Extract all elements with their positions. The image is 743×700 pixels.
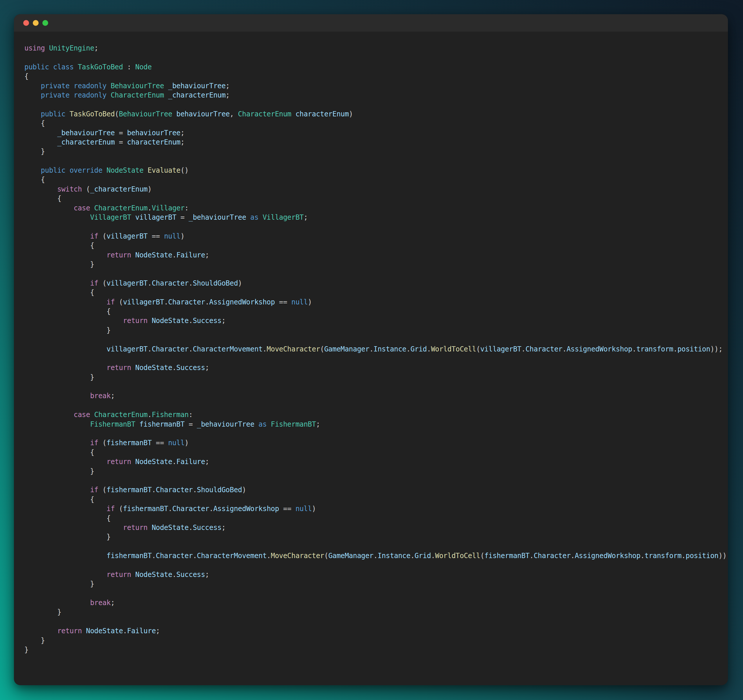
code-line: { <box>24 194 718 203</box>
code-editor: using UnityEngine;public class TaskGoToB… <box>14 32 728 654</box>
code-line <box>24 382 718 391</box>
code-line: return NodeState.Success; <box>24 363 718 372</box>
code-line: { <box>24 288 718 297</box>
code-line: } <box>24 636 718 645</box>
code-line: { <box>24 175 718 184</box>
code-line: { <box>24 448 718 457</box>
code-line: return NodeState.Success; <box>24 570 718 579</box>
code-line: public TaskGoToBed(BehaviourTree behavio… <box>24 110 718 119</box>
code-line: private readonly CharacterEnum _characte… <box>24 90 718 100</box>
code-line: if (fishermanBT.Character.ShouldGoBed) <box>24 485 718 494</box>
code-line <box>24 222 718 231</box>
code-line: if (villagerBT == null) <box>24 232 718 241</box>
code-line: if (villagerBT.Character.ShouldGoBed) <box>24 278 718 288</box>
code-line: } <box>24 260 718 269</box>
code-line: { <box>24 514 718 523</box>
code-line <box>24 589 718 598</box>
code-line: _characterEnum = characterEnum; <box>24 138 718 147</box>
code-line: } <box>24 147 718 156</box>
code-line <box>24 542 718 551</box>
desktop-background: using UnityEngine;public class TaskGoToB… <box>0 0 743 700</box>
code-line <box>24 560 718 570</box>
code-line <box>24 401 718 410</box>
code-line: FishermanBT fishermanBT = _behaviourTree… <box>24 420 718 429</box>
code-line: VillagerBT villagerBT = _behaviourTree a… <box>24 213 718 222</box>
code-line: using UnityEngine; <box>24 43 718 53</box>
code-line: private readonly BehaviourTree _behaviou… <box>24 81 718 90</box>
window-titlebar[interactable] <box>14 14 728 32</box>
code-line: case CharacterEnum.Fisherman: <box>24 410 718 419</box>
code-line <box>24 335 718 344</box>
code-line: } <box>24 607 718 617</box>
code-line: } <box>24 532 718 542</box>
code-line: public class TaskGoToBed : Node <box>24 62 718 72</box>
code-line: villagerBT.Character.CharacterMovement.M… <box>24 345 718 354</box>
code-line: } <box>24 373 718 382</box>
code-line: { <box>24 72 718 81</box>
code-line: return NodeState.Success; <box>24 523 718 532</box>
code-line: } <box>24 579 718 589</box>
code-line: { <box>24 241 718 250</box>
maximize-button[interactable] <box>42 20 48 26</box>
code-line: _behaviourTree = behaviourTree; <box>24 128 718 138</box>
code-line: fishermanBT.Character.CharacterMovement.… <box>24 551 718 560</box>
code-line <box>24 476 718 485</box>
code-window: using UnityEngine;public class TaskGoToB… <box>14 14 728 685</box>
code-line: return NodeState.Success; <box>24 316 718 325</box>
code-line <box>24 100 718 109</box>
code-line: { <box>24 307 718 316</box>
code-line <box>24 53 718 62</box>
code-line: if (villagerBT.Character.AssignedWorksho… <box>24 297 718 307</box>
code-content: using UnityEngine;public class TaskGoToB… <box>24 43 718 654</box>
code-line: } <box>24 326 718 335</box>
code-line: break; <box>24 391 718 401</box>
code-line: } <box>24 467 718 476</box>
code-line: if (fishermanBT == null) <box>24 438 718 447</box>
code-line: public override NodeState Evaluate() <box>24 166 718 175</box>
code-line: switch (_characterEnum) <box>24 185 718 194</box>
close-button[interactable] <box>23 20 29 26</box>
code-line <box>24 354 718 363</box>
code-line: return NodeState.Failure; <box>24 457 718 466</box>
code-line: } <box>24 645 718 654</box>
code-line: { <box>24 119 718 128</box>
code-line <box>24 429 718 438</box>
traffic-lights <box>23 20 48 26</box>
code-line: if (fishermanBT.Character.AssignedWorksh… <box>24 504 718 514</box>
minimize-button[interactable] <box>33 20 38 26</box>
code-line <box>24 617 718 626</box>
code-line: case CharacterEnum.Villager: <box>24 203 718 213</box>
code-line: return NodeState.Failure; <box>24 626 718 636</box>
code-line: { <box>24 495 718 504</box>
code-line <box>24 157 718 166</box>
code-line: return NodeState.Failure; <box>24 250 718 260</box>
code-line <box>24 269 718 278</box>
code-line: break; <box>24 598 718 607</box>
